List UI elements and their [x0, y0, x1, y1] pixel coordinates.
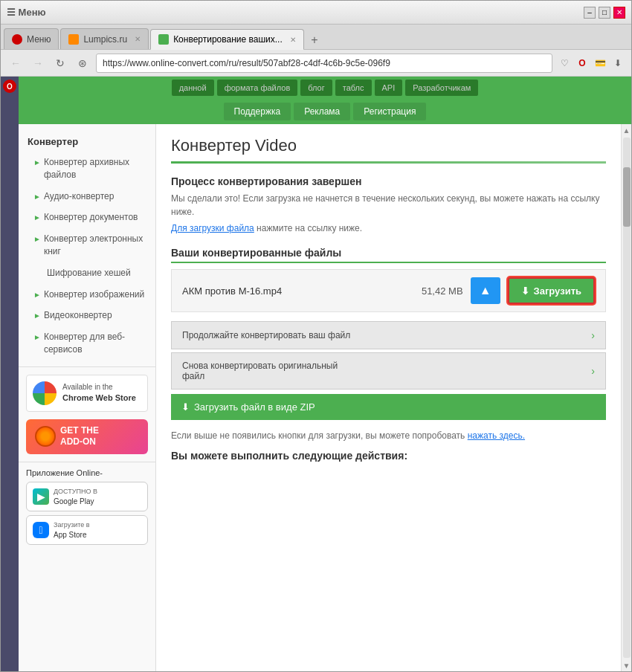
chrome-web-store-badge[interactable]: Available in the Chrome Web Store	[26, 375, 148, 412]
close-button[interactable]: ✕	[613, 7, 625, 19]
convert-favicon	[158, 34, 169, 45]
tab-opera-label: Меню	[27, 34, 51, 45]
click-here-link[interactable]: нажать здесь.	[468, 430, 525, 441]
google-play-badge[interactable]: ▶ ДОСТУПНО В Google Play	[26, 482, 148, 511]
main-content: Конвертер Video Процесс конвертирования …	[156, 124, 621, 671]
window-controls: – □ ✕	[584, 7, 625, 19]
tab-convert-close[interactable]: ✕	[290, 36, 296, 44]
download-button[interactable]: ⬇ Загрузить	[508, 277, 595, 304]
sidebar-item-images[interactable]: ► Конвертер изображений	[19, 284, 155, 306]
grid-button[interactable]: ⊛	[74, 54, 91, 72]
sidebar-divider-2	[19, 462, 155, 462]
content-layout: Конвертер ► Конвертер архивных файлов ► …	[19, 124, 631, 671]
app-store-text: Загрузите в App Store	[54, 520, 90, 540]
file-row: АКМ против М-16.mp4 51,42 MB ▲ ⬇ Загрузи…	[171, 269, 606, 312]
back-button[interactable]: ←	[7, 54, 25, 72]
chrome-badge-text: Available in the Chrome Web Store	[62, 382, 136, 404]
firefox-addon-badge[interactable]: GET THE ADD-ON	[26, 419, 148, 454]
tab-lumpics-label: Lumpics.ru	[83, 34, 127, 45]
continue-convert-text: Продолжайте конвертировать ваш файл	[182, 330, 350, 340]
page-content: данной формата файлов блог таблс АРI Раз…	[19, 77, 631, 671]
sidebar-item-archive[interactable]: ► Конвертер архивных файлов	[19, 152, 155, 186]
nav-ads[interactable]: Реклама	[294, 103, 350, 120]
success-title: Процесс конвертирования завершен	[171, 175, 606, 187]
scroll-thumb[interactable]	[623, 167, 631, 227]
download-icon: ⬇	[521, 285, 529, 297]
next-actions-title: Вы можете выполнить следующие действия:	[171, 450, 606, 462]
title-underline	[171, 161, 606, 164]
nav-item-table[interactable]: таблс	[335, 80, 372, 96]
google-play-text: ДОСТУПНО В Google Play	[54, 486, 97, 507]
zip-icon: ⬇	[181, 401, 190, 413]
wallet-icon[interactable]: 💳	[593, 56, 607, 71]
opera-logo: O	[3, 80, 16, 93]
right-scrollbar: ▲ ▼	[621, 124, 631, 671]
maximize-button[interactable]: □	[599, 7, 610, 19]
chrome-icon	[33, 381, 57, 405]
upload-to-cloud-button[interactable]: ▲	[471, 277, 500, 304]
files-section: Ваши конвертированные файлы АКМ против М…	[171, 247, 606, 312]
tab-bar: Меню Lumpics.ru ✕ Конвертирование ваших.…	[1, 25, 631, 50]
forward-button[interactable]: →	[29, 54, 47, 72]
upload-icon: ▲	[480, 284, 491, 297]
firefox-icon	[35, 426, 56, 447]
sidebar-item-video[interactable]: ► Видеоконвертер	[19, 305, 155, 326]
sidebar-item-docs[interactable]: ► Конвертер документов	[19, 207, 155, 228]
nav-item-data[interactable]: данной	[172, 80, 214, 96]
file-name: АКМ против М-16.mp4	[182, 285, 396, 297]
tab-lumpics[interactable]: Lumpics.ru ✕	[60, 28, 149, 49]
nav-item-dev[interactable]: Разработчикам	[405, 80, 478, 96]
refresh-button[interactable]: ↻	[51, 54, 69, 72]
address-bar: ← → ↻ ⊛ ♡ O 💳 ⬇	[1, 50, 631, 77]
scroll-track[interactable]	[623, 138, 631, 658]
nav-item-api[interactable]: АРI	[375, 80, 403, 96]
sidebar-item-audio[interactable]: ► Аудио-конвертер	[19, 186, 155, 207]
arrow-icon: ►	[33, 290, 41, 300]
nav-item-format[interactable]: формата файлов	[217, 80, 298, 96]
tab-opera[interactable]: Меню	[4, 28, 59, 49]
tab-lumpics-close[interactable]: ✕	[135, 35, 141, 43]
reconvert-action[interactable]: Снова конвертировать оригинальный файл ›	[171, 352, 606, 390]
download-link[interactable]: Для загрузки файла	[171, 223, 254, 233]
arrow-icon: ►	[33, 234, 41, 245]
download-hint: Для загрузки файла нажмите на ссылку ниж…	[171, 222, 606, 235]
info-text: Если выше не появились кнопки для загруз…	[171, 429, 606, 442]
nav-register[interactable]: Регистрация	[353, 103, 426, 120]
scroll-down-button[interactable]: ▼	[623, 659, 631, 671]
browser-window: ☰ Меню – □ ✕ Меню Lumpics.ru ✕ Конвертир…	[0, 0, 632, 672]
zip-download-button[interactable]: ⬇ Загрузить файл в виде ZIP	[171, 394, 606, 420]
new-tab-button[interactable]: +	[306, 31, 323, 49]
sidebar-divider	[19, 366, 155, 367]
page-title: Конвертер Video	[171, 136, 606, 155]
nav-support[interactable]: Поддержка	[224, 103, 291, 120]
arrow-icon: ►	[33, 192, 41, 202]
continue-convert-action[interactable]: Продолжайте конвертировать ваш файл ›	[171, 321, 606, 349]
sidebar-item-ebooks[interactable]: ► Конвертер электронных книг	[19, 228, 155, 262]
arrow-icon: ►	[33, 311, 41, 321]
turbo-icon[interactable]: O	[575, 56, 590, 71]
opera-sidebar: O	[1, 77, 19, 671]
success-text: Мы сделали это! Если загрузка не начнетс…	[171, 192, 606, 219]
title-bar: ☰ Меню – □ ✕	[1, 1, 631, 25]
site-nav: данной формата файлов блог таблс АРI Раз…	[19, 77, 631, 99]
opera-menu[interactable]: ☰ Меню	[7, 7, 46, 18]
app-section-title: Приложение Online-	[26, 468, 148, 477]
nav-item-blog[interactable]: блог	[300, 80, 332, 96]
address-icons: ♡ O 💳 ⬇	[557, 56, 625, 71]
reconvert-text: Снова конвертировать оригинальный файл	[182, 361, 338, 381]
sidebar-header: Конвертер	[19, 132, 155, 152]
sidebar-item-web[interactable]: ► Конвертер для веб-сервисов	[19, 326, 155, 361]
bookmark-icon[interactable]: ♡	[557, 56, 572, 71]
sidebar-item-hash[interactable]: Шифрование хешей	[19, 262, 155, 284]
lumpics-favicon	[68, 34, 79, 45]
page-area: O данной формата файлов блог таблс АРI Р…	[1, 77, 631, 671]
download-icon[interactable]: ⬇	[610, 56, 625, 71]
tab-convert[interactable]: Конвертирование ваших... ✕	[150, 29, 304, 50]
site-nav-secondary: Поддержка Реклама Регистрация	[19, 99, 631, 124]
arrow-icon: ►	[33, 213, 41, 223]
file-size: 51,42 MB	[404, 285, 463, 297]
minimize-button[interactable]: –	[584, 7, 596, 19]
app-store-badge[interactable]:  Загрузите в App Store	[26, 515, 148, 545]
scroll-up-button[interactable]: ▲	[623, 124, 631, 136]
address-input[interactable]	[96, 54, 552, 73]
